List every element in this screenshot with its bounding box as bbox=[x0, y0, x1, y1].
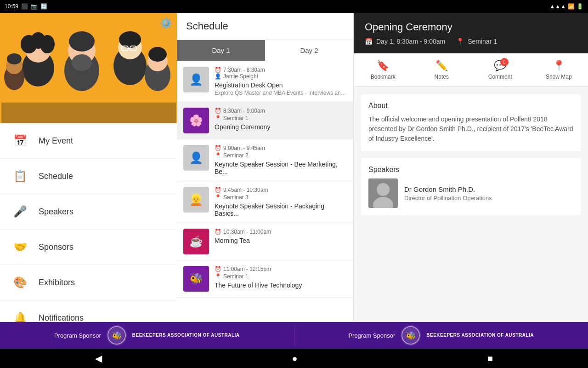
sponsor-org-right: BEEKEEPERS ASSOCIATION OF AUSTRALIA bbox=[426, 332, 534, 339]
tab-day1[interactable]: Day 1 bbox=[177, 40, 265, 61]
status-bar-right: ▲▲▲ 📶 🔋 bbox=[549, 3, 583, 10]
detail-date: 📅 Day 1, 8:30am - 9:00am bbox=[365, 38, 445, 45]
sponsor-org-left: BEEKEEPERS ASSOCIATION OF AUSTRALIA bbox=[132, 332, 240, 339]
home-button[interactable]: ● bbox=[278, 351, 311, 367]
tab-day2[interactable]: Day 2 bbox=[265, 40, 353, 61]
item-title-5: Morning Tea bbox=[215, 237, 347, 244]
status-icon-3: 🔄 bbox=[40, 3, 47, 10]
sidebar-item-my-event[interactable]: 📅 My Event bbox=[0, 123, 177, 159]
item-location-4: 📍Seminar 3 bbox=[215, 194, 347, 201]
sponsor-right: Program Sponsor 🐝 BEEKEEPERS ASSOCIATION… bbox=[294, 325, 588, 345]
sponsor-bar: Program Sponsor 🐝 BEEKEEPERS ASSOCIATION… bbox=[0, 322, 588, 349]
sponsor-left: Program Sponsor 🐝 BEEKEEPERS ASSOCIATION… bbox=[0, 325, 294, 345]
main-content: ⚙️ bbox=[0, 13, 588, 322]
recents-button[interactable]: ■ bbox=[474, 351, 507, 367]
notifications-label: Notifications bbox=[39, 313, 84, 322]
settings-button[interactable]: ⚙️ bbox=[160, 17, 172, 29]
my-event-icon: 📅 bbox=[11, 132, 29, 150]
about-text: The official welcome and opening present… bbox=[368, 115, 573, 144]
sponsor-label-left: Program Sponsor bbox=[54, 332, 101, 339]
schedule-item-6[interactable]: 🐝 ⏰11:00am - 12:15pm 📍Seminar 1 The Futu… bbox=[177, 260, 353, 298]
sidebar-item-schedule[interactable]: 📋 Schedule bbox=[0, 159, 177, 194]
detail-actions: 🔖 Bookmark ✏️ Notes 💬 0 Comment 📍 Show M… bbox=[354, 53, 588, 87]
item-thumb-3: 👤 bbox=[183, 145, 209, 171]
svg-point-23 bbox=[377, 183, 390, 196]
back-button[interactable]: ◀ bbox=[81, 350, 116, 367]
detail-panel: Opening Ceremony 📅 Day 1, 8:30am - 9:00a… bbox=[354, 13, 588, 322]
svg-text:🐝: 🐝 bbox=[112, 331, 122, 341]
svg-rect-21 bbox=[1, 103, 176, 123]
item-location-6: 📍Seminar 1 bbox=[215, 273, 347, 280]
exhibitors-icon: 🎨 bbox=[11, 273, 29, 292]
battery-icon: 🔋 bbox=[577, 3, 583, 10]
sidebar-item-notifications[interactable]: 🔔 Notifications bbox=[0, 300, 177, 322]
item-title-2: Opening Ceremony bbox=[215, 123, 347, 131]
exhibitors-label: Exhibitors bbox=[39, 278, 75, 288]
sidebar-item-exhibitors[interactable]: 🎨 Exhibitors bbox=[0, 265, 177, 300]
item-time-3: ⏰9:00am - 9:45am bbox=[215, 145, 347, 151]
item-thumb-2: 🌸 bbox=[183, 108, 209, 133]
item-time-2: ⏰8:30am - 9:00am bbox=[215, 108, 347, 114]
nav-bar: ◀ ● ■ bbox=[0, 349, 588, 368]
status-icon-2: 📷 bbox=[31, 3, 38, 10]
schedule-icon: 📋 bbox=[11, 167, 29, 185]
sponsor-label-right: Program Sponsor bbox=[348, 332, 395, 339]
item-time-1: ⏰7:30am - 8:30am bbox=[215, 67, 347, 73]
speaker-role: Director of Pollination Operations bbox=[404, 195, 492, 201]
svg-point-8 bbox=[72, 54, 92, 71]
item-thumb-5: ☕ bbox=[183, 229, 209, 254]
sidebar-item-sponsors[interactable]: 🤝 Sponsors bbox=[0, 230, 177, 265]
item-location-3: 📍Seminar 2 bbox=[215, 152, 347, 159]
item-info-5: ⏰10:30am - 11:00am Morning Tea bbox=[215, 229, 347, 244]
item-info-4: ⏰9:45am - 10:30am 📍Seminar 3 Keynote Spe… bbox=[215, 187, 347, 217]
item-thumb-6: 🐝 bbox=[183, 266, 209, 292]
sponsors-label: Sponsors bbox=[39, 242, 74, 252]
item-info-3: ⏰9:00am - 9:45am 📍Seminar 2 Keynote Spea… bbox=[215, 145, 347, 175]
schedule-item-4[interactable]: 👱 ⏰9:45am - 10:30am 📍Seminar 3 Keynote S… bbox=[177, 181, 353, 223]
bookmark-label: Bookmark bbox=[371, 74, 396, 80]
svg-point-17 bbox=[7, 53, 22, 64]
detail-content: About The official welcome and opening p… bbox=[354, 87, 588, 322]
notifications-icon: 🔔 bbox=[11, 309, 29, 322]
about-section: About The official welcome and opening p… bbox=[361, 94, 581, 151]
sidebar: ⚙️ bbox=[0, 13, 177, 322]
schedule-panel: Schedule Day 1 Day 2 👤 ⏰7:30am - 8:30am … bbox=[177, 13, 354, 322]
item-speaker-1: 👤Jamie Speight bbox=[215, 73, 347, 80]
item-thumb-1: 👤 bbox=[183, 67, 209, 92]
item-info-6: ⏰11:00am - 12:15pm 📍Seminar 1 The Future… bbox=[215, 266, 347, 289]
show-map-button[interactable]: 📍 Show Map bbox=[530, 53, 588, 86]
item-time-5: ⏰10:30am - 11:00am bbox=[215, 229, 347, 235]
status-bar: 10:59 ⬛ 📷 🔄 ▲▲▲ 📶 🔋 bbox=[0, 0, 588, 13]
bookmark-icon: 🔖 bbox=[377, 60, 389, 72]
item-title-4: Keynote Speaker Session - Packaging Basi… bbox=[215, 202, 347, 217]
schedule-item-5[interactable]: ☕ ⏰10:30am - 11:00am Morning Tea bbox=[177, 223, 353, 260]
schedule-label: Schedule bbox=[39, 172, 73, 181]
item-title-6: The Future of Hive Technology bbox=[215, 282, 347, 289]
sidebar-item-speakers[interactable]: 🎤 Speakers bbox=[0, 194, 177, 230]
status-time: 10:59 bbox=[5, 3, 18, 10]
item-info-2: ⏰8:30am - 9:00am 📍Seminar 1 Opening Cere… bbox=[215, 108, 347, 131]
comment-button[interactable]: 💬 0 Comment bbox=[471, 53, 530, 86]
comment-label: Comment bbox=[488, 74, 512, 80]
schedule-item-2[interactable]: 🌸 ⏰8:30am - 9:00am 📍Seminar 1 Opening Ce… bbox=[177, 102, 353, 139]
item-title-3: Keynote Speaker Session - Bee Marketing,… bbox=[215, 161, 347, 175]
speakers-title: Speakers bbox=[368, 166, 573, 174]
schedule-item-1[interactable]: 👤 ⏰7:30am - 8:30am 👤Jamie Speight Regist… bbox=[177, 61, 353, 102]
sidebar-nav: 📅 My Event 📋 Schedule 🎤 Speakers 🤝 Spons… bbox=[0, 123, 177, 322]
detail-location: 📍 Seminar 1 bbox=[456, 38, 497, 45]
show-map-icon: 📍 bbox=[553, 60, 565, 72]
svg-point-7 bbox=[69, 31, 95, 52]
speaker-photo bbox=[368, 178, 398, 208]
schedule-item-3[interactable]: 👤 ⏰9:00am - 9:45am 📍Seminar 2 Keynote Sp… bbox=[177, 139, 353, 181]
item-time-6: ⏰11:00am - 12:15pm bbox=[215, 266, 347, 272]
bookmark-button[interactable]: 🔖 Bookmark bbox=[354, 53, 413, 86]
status-bar-left: 10:59 ⬛ 📷 🔄 bbox=[5, 3, 47, 10]
sponsor-logo-right: 🐝 bbox=[401, 325, 421, 345]
sponsors-icon: 🤝 bbox=[11, 238, 29, 256]
notes-button[interactable]: ✏️ Notes bbox=[413, 53, 471, 86]
svg-point-4 bbox=[40, 35, 55, 53]
show-map-label: Show Map bbox=[546, 74, 572, 80]
schedule-title: Schedule bbox=[177, 13, 353, 40]
day-tabs: Day 1 Day 2 bbox=[177, 40, 353, 61]
item-thumb-4: 👱 bbox=[183, 187, 209, 213]
